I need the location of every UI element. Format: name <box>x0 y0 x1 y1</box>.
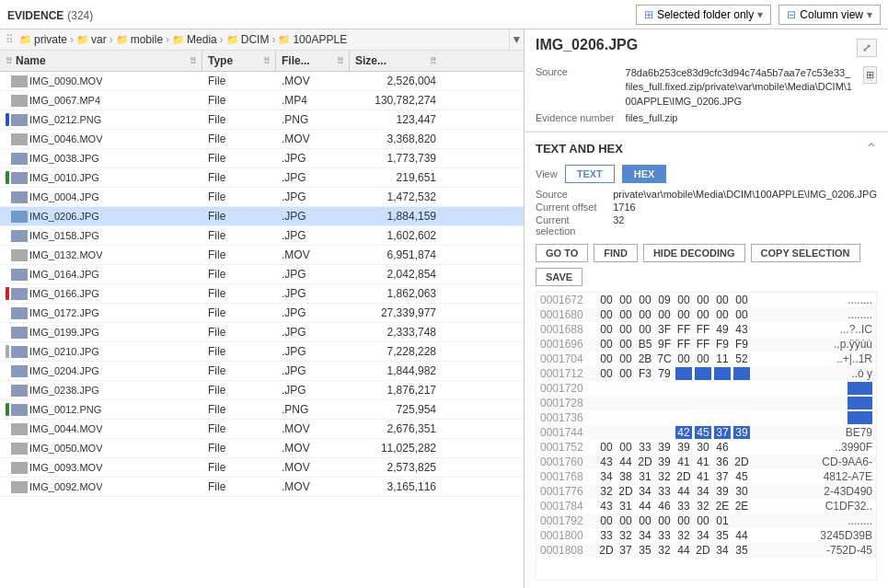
file-type: File <box>202 72 276 90</box>
file-thumbnail <box>11 462 28 474</box>
row-color-bar <box>6 364 9 377</box>
file-name: IMG_0164.JPG <box>29 269 99 280</box>
column-view-icon: ⊟ <box>787 8 796 21</box>
file-type: File <box>202 91 276 110</box>
hex-byte: 9F <box>656 338 673 351</box>
row-color-bar <box>6 133 9 145</box>
table-row[interactable]: IMG_0166.JPGFile.JPG1,862,063 <box>0 284 524 304</box>
hex-byte: 41 <box>695 455 711 468</box>
breadcrumb-item-mobile[interactable]: 📁 mobile <box>116 33 163 46</box>
table-row[interactable]: IMG_0199.JPGFile.JPG2,333,748 <box>0 323 524 342</box>
hex-offset: 0001768 <box>540 470 591 483</box>
breadcrumb-item-100apple[interactable]: 📁 100APPLE <box>278 33 347 46</box>
row-color-bar <box>6 442 9 455</box>
file-type: File <box>202 226 276 245</box>
hex-byte <box>637 426 653 439</box>
table-row[interactable]: IMG_0004.JPGFile.JPG1,472,532 <box>0 188 524 207</box>
evidence-count: (324) <box>67 9 93 22</box>
folder-filter-label: Selected folder only <box>657 8 754 21</box>
panel-header: TEXT AND HEX ⌃ <box>536 140 877 157</box>
collapse-image-btn[interactable]: ⤢ <box>857 39 877 57</box>
image-detail-header: IMG_0206.JPG ⤢ Source 78da6b253ce83d9cfc… <box>525 29 888 132</box>
tab-hex-btn[interactable]: HEX <box>622 165 667 183</box>
copy-selection-btn[interactable]: COPY SELECTION <box>751 244 860 262</box>
hex-ascii: ..ó y <box>851 367 872 380</box>
hex-byte: FF <box>695 323 711 336</box>
hex-row: 00018082D373532442D3435-752D-45 <box>536 543 876 558</box>
breadcrumb-item-var[interactable]: 📁 var <box>76 33 107 46</box>
file-size: 725,954 <box>350 400 442 419</box>
col-header-file[interactable]: File... ⠿ <box>276 51 350 71</box>
table-row[interactable]: IMG_0212.PNGFile.PNG123,447 <box>0 110 524 130</box>
hide-decoding-btn[interactable]: HIDE DECODING <box>643 244 745 262</box>
file-size: 7,228,228 <box>350 342 442 361</box>
file-size: 2,676,351 <box>350 420 442 438</box>
file-name: IMG_0210.JPG <box>29 346 99 357</box>
hex-byte: 00 <box>675 308 692 321</box>
drag-handle-name-right: ⠿ <box>190 56 196 66</box>
table-row[interactable]: IMG_0090.MOVFile.MOV2,526,004 <box>0 72 524 91</box>
table-row[interactable]: IMG_0132.MOVFile.MOV6,951,874 <box>0 246 524 265</box>
file-name: IMG_0067.MP4 <box>29 95 100 106</box>
table-row[interactable]: IMG_0050.MOVFile.MOV11,025,282 <box>0 439 524 458</box>
table-row[interactable]: IMG_0044.MOVFile.MOV2,676,351 <box>0 420 524 439</box>
tab-text-btn[interactable]: TEXT <box>565 165 615 183</box>
file-size: 1,602,602 <box>350 226 442 245</box>
col-header-name[interactable]: ⠿ Name ⠿ <box>0 51 202 71</box>
hex-byte <box>656 426 673 439</box>
hex-row: 00016880000003FFFFF4943...?..IC <box>536 322 876 337</box>
text-hex-title: TEXT AND HEX <box>536 142 623 156</box>
row-color-bar <box>6 268 9 281</box>
breadcrumb-scroll-btn[interactable]: ▼ <box>509 29 524 50</box>
table-row[interactable]: IMG_0093.MOVFile.MOV2,573,825 <box>0 458 524 478</box>
col-header-type[interactable]: Type ⠿ <box>202 51 276 71</box>
table-row[interactable]: IMG_0172.JPGFile.JPG27,339,977 <box>0 304 524 323</box>
hex-byte: 00 <box>733 308 750 321</box>
folder-filter-btn[interactable]: ⊞ Selected folder only ▾ <box>636 5 771 25</box>
file-ext: .MOV <box>276 130 350 148</box>
file-name: IMG_0206.JPG <box>29 211 99 222</box>
col-header-size[interactable]: Size... ⠿ <box>350 51 442 71</box>
save-btn[interactable]: SAVE <box>536 268 582 286</box>
table-row[interactable]: IMG_0046.MOVFile.MOV3,368,820 <box>0 130 524 149</box>
breadcrumb-item-media[interactable]: 📁 Media <box>172 33 217 46</box>
hex-byte: 11 <box>714 352 731 365</box>
file-name: IMG_0204.JPG <box>29 365 99 376</box>
file-name: IMG_0038.JPG <box>29 153 99 164</box>
text-hex-panel: TEXT AND HEX ⌃ View TEXT HEX Source priv… <box>525 132 888 588</box>
hex-ascii: ..+|..1R <box>836 352 872 365</box>
table-row[interactable]: IMG_0238.JPGFile.JPG1,876,217 <box>0 381 524 400</box>
table-row[interactable]: IMG_0206.JPGFile.JPG1,884,159 <box>0 207 524 226</box>
file-size: 2,042,854 <box>350 265 442 283</box>
table-row[interactable]: IMG_0012.PNGFile.PNG725,954 <box>0 400 524 420</box>
table-row[interactable]: IMG_0067.MP4File.MP4130,782,274 <box>0 91 524 110</box>
table-row[interactable]: IMG_0204.JPGFile.JPG1,844,982 <box>0 362 524 381</box>
drag-handle-type-right: ⠿ <box>263 56 270 66</box>
table-row[interactable]: IMG_0092.MOVFile.MOV3,165,116 <box>0 478 524 497</box>
find-btn[interactable]: FIND <box>594 244 638 262</box>
table-row[interactable]: IMG_0164.JPGFile.JPG2,042,854 <box>0 265 524 284</box>
collapse-text-hex-btn[interactable]: ⌃ <box>865 140 877 157</box>
goto-btn[interactable]: GO TO <box>536 244 588 262</box>
hex-ascii: ........ <box>848 308 872 321</box>
hex-byte: 32 <box>675 529 692 542</box>
hex-byte: 39 <box>656 441 673 454</box>
table-row[interactable]: IMG_0010.JPGFile.JPG219,651 <box>0 168 524 188</box>
view-mode-btn[interactable]: ⊟ Column view ▾ <box>778 5 881 25</box>
hex-byte: F3 <box>637 367 653 380</box>
table-row[interactable]: IMG_0158.JPGFile.JPG1,602,602 <box>0 226 524 246</box>
table-row[interactable]: IMG_0038.JPGFile.JPG1,773,739 <box>0 149 524 168</box>
copy-source-btn[interactable]: ⊞ <box>863 66 877 84</box>
hex-row: 000170400002B7C00001152..+|..1R <box>536 352 876 366</box>
file-ext: .JPG <box>276 265 350 283</box>
file-ext: .JPG <box>276 304 350 322</box>
file-ext: .MOV <box>276 439 350 457</box>
hex-byte: 30 <box>695 441 711 454</box>
breadcrumb-item-private[interactable]: 📁 private <box>19 33 67 46</box>
hex-source-label: Source <box>536 189 602 200</box>
table-row[interactable]: IMG_0210.JPGFile.JPG7,228,228 <box>0 342 524 362</box>
breadcrumb-item-dcim[interactable]: 📁 DCIM <box>226 33 270 46</box>
hex-byte: 43 <box>598 500 615 513</box>
hex-byte: 42 <box>675 426 692 439</box>
drag-handle-file-right: ⠿ <box>337 56 343 66</box>
